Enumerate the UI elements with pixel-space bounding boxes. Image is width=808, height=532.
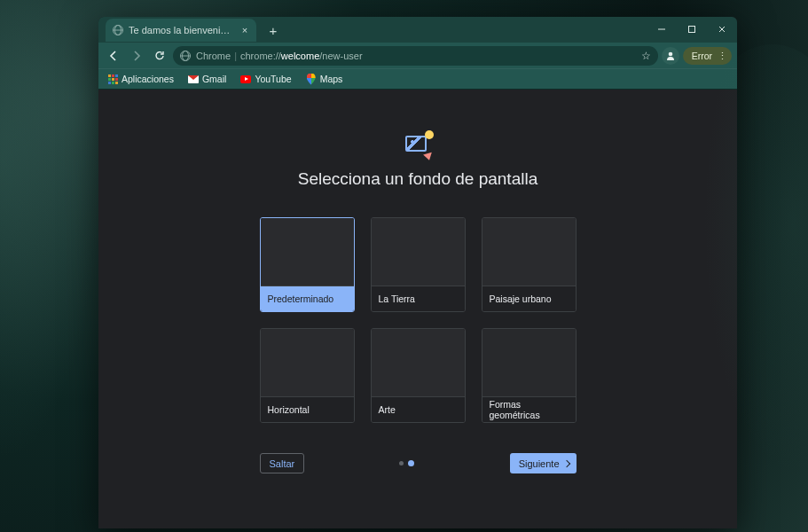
next-label: Siguiente [519,458,560,469]
wallpaper-thumb [261,218,354,286]
wallpaper-card-geometric[interactable]: Formas geométricas [482,328,577,423]
overflow-menu-icon[interactable]: ⋮ [718,51,726,61]
wallpaper-card-landscape[interactable]: Horizontal [260,328,355,423]
gmail-icon [188,74,199,84]
bookmark-item-maps[interactable]: Maps [302,72,347,86]
chevron-right-icon [562,459,569,466]
bookmark-item-gmail[interactable]: Gmail [184,72,230,86]
bookmarks-bar: Aplicaciones Gmail YouTube Maps [98,68,737,90]
wallpaper-caption: La Tierra [372,286,465,311]
wallpaper-caption: Arte [372,396,465,422]
wizard-footer: Saltar Siguiente [260,453,577,473]
wallpaper-thumb [372,218,465,286]
omnibox-url: chrome:// welcome /new-user [240,51,363,61]
wallpaper-thumb [482,329,576,396]
bookmark-label: Maps [320,74,343,84]
bookmark-item-youtube[interactable]: YouTube [237,72,294,86]
youtube-icon [240,74,251,84]
window-minimize-button[interactable] [647,17,677,42]
window-close-button[interactable] [707,17,737,42]
globe-icon [113,25,123,35]
browser-tab[interactable]: Te damos la bienvenida a Chrome × [106,19,256,42]
maps-icon [306,74,317,84]
wallpaper-caption: Paisaje urbano [482,286,576,311]
svg-rect-0 [689,27,695,33]
wallpaper-thumb [372,329,465,396]
wallpaper-thumb [261,329,354,396]
step-dot [399,461,404,466]
site-info-icon[interactable] [180,51,191,61]
welcome-content: Selecciona un fondo de pantalla Predeter… [98,90,737,528]
update-error-pill[interactable]: Error ⋮ [683,47,732,65]
wallpaper-card-art[interactable]: Arte [371,328,466,423]
window-maximize-button[interactable] [677,17,707,42]
new-tab-button[interactable]: + [263,20,283,40]
wallpaper-hero-icon [405,134,430,159]
wallpaper-caption: Horizontal [261,396,354,422]
browser-window: Te damos la bienvenida a Chrome × + [98,17,737,528]
bookmark-star-icon[interactable]: ☆ [641,50,651,62]
wallpaper-caption: Formas geométricas [482,396,576,422]
bookmark-item-apps[interactable]: Aplicaciones [104,72,177,86]
apps-grid-icon [107,74,118,84]
wallpaper-card-default[interactable]: Predeterminado [260,217,355,312]
bookmark-label: YouTube [255,74,291,84]
wallpaper-caption: Predeterminado [261,286,354,311]
wallpaper-card-earth[interactable]: La Tierra [371,217,466,312]
tab-title: Te damos la bienvenida a Chrome [129,25,235,35]
wallpaper-grid: Predeterminado La Tierra Paisaje urbano … [260,217,577,423]
step-indicator [399,461,414,466]
nav-reload-button[interactable] [150,46,169,66]
error-label: Error [692,51,712,61]
svg-point-1 [668,51,672,56]
wallpaper-card-urban[interactable]: Paisaje urbano [482,217,577,312]
window-controls [647,17,737,42]
bookmark-label: Gmail [202,74,226,84]
titlebar: Te damos la bienvenida a Chrome × + [98,17,737,42]
profile-button[interactable] [662,47,679,65]
nav-forward-button[interactable] [127,46,146,66]
skip-button[interactable]: Saltar [260,453,305,473]
wallpaper-thumb [482,218,576,286]
tab-close-icon[interactable]: × [240,26,249,35]
omnibox-prefix: Chrome [196,51,231,61]
skip-label: Saltar [270,458,295,469]
bookmark-label: Aplicaciones [122,74,174,84]
next-button[interactable]: Siguiente [510,453,577,473]
page-title: Selecciona un fondo de pantalla [298,169,537,189]
omnibox[interactable]: Chrome | chrome:// welcome /new-user ☆ [173,46,658,66]
toolbar: Chrome | chrome:// welcome /new-user ☆ E… [98,42,737,68]
step-dot-active [408,460,414,466]
nav-back-button[interactable] [104,46,123,66]
